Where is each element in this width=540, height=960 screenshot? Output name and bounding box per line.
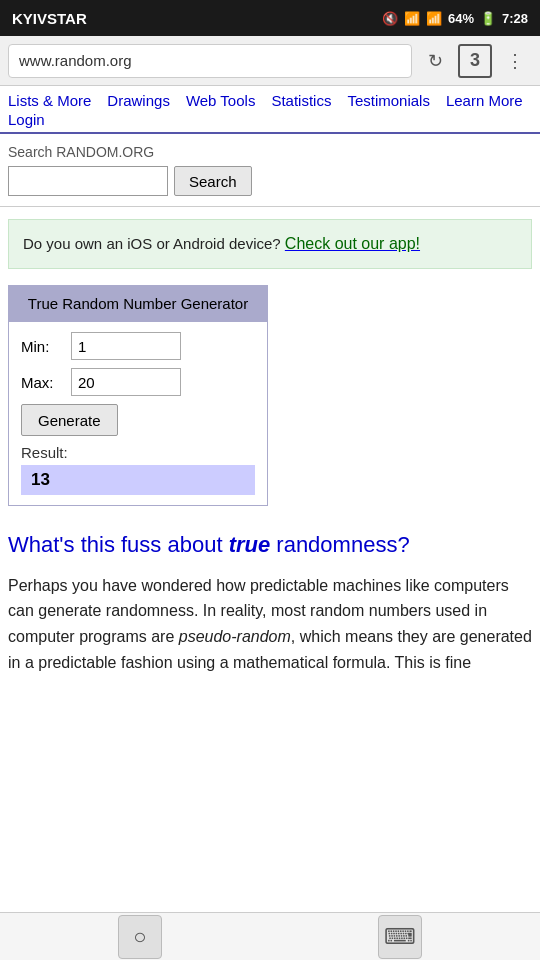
app-banner-text: Do you own an iOS or Android device? <box>23 235 281 252</box>
battery-label: 64% <box>448 11 474 26</box>
browser-bar: www.random.org ↻ 3 ⋮ <box>0 36 540 86</box>
menu-icon: ⋮ <box>506 50 524 72</box>
trng-max-input[interactable]: 20 <box>71 368 181 396</box>
trng-title: True Random Number Generator <box>8 285 268 322</box>
nav-links: Lists & More Drawings Web Tools Statisti… <box>0 86 540 134</box>
fuss-body: Perhaps you have wondered how predictabl… <box>8 573 532 675</box>
nav-link-lists[interactable]: Lists & More <box>8 92 91 109</box>
nav-link-statistics[interactable]: Statistics <box>271 92 331 109</box>
fuss-title-italic: true <box>229 532 271 557</box>
wifi-icon: 📶 <box>404 11 420 26</box>
reload-icon: ↻ <box>428 50 443 72</box>
search-input[interactable] <box>8 166 168 196</box>
trng-min-label: Min: <box>21 338 71 355</box>
nav-link-drawings[interactable]: Drawings <box>107 92 170 109</box>
nav-link-login[interactable]: Login <box>8 111 45 128</box>
fuss-title-part2: randomness? <box>270 532 409 557</box>
app-banner: Do you own an iOS or Android device? Che… <box>8 219 532 269</box>
trng-max-label: Max: <box>21 374 71 391</box>
search-label: Search RANDOM.ORG <box>8 144 532 160</box>
tab-count: 3 <box>470 50 480 71</box>
fuss-section: What's this fuss about true randomness? … <box>0 518 540 687</box>
nav-link-testimonials[interactable]: Testimonials <box>347 92 430 109</box>
menu-button[interactable]: ⋮ <box>498 44 532 78</box>
fuss-title-part1: What's this fuss about <box>8 532 229 557</box>
fuss-pseudo-random: pseudo-random <box>179 628 291 645</box>
trng-min-row: Min: 1 <box>21 332 255 360</box>
tab-switcher-button[interactable]: 3 <box>458 44 492 78</box>
result-value: 13 <box>21 465 255 495</box>
generate-button[interactable]: Generate <box>21 404 118 436</box>
url-text: www.random.org <box>19 52 132 69</box>
check-out-text: Check out our app! <box>285 235 420 252</box>
signal-icon: 📶 <box>426 11 442 26</box>
mute-icon: 🔇 <box>382 11 398 26</box>
reload-button[interactable]: ↻ <box>418 44 452 78</box>
status-bar: KYIVSTAR 🔇 📶 📶 64% 🔋 7:28 <box>0 0 540 36</box>
app-banner-link[interactable]: Check out our app! <box>285 235 420 252</box>
url-bar[interactable]: www.random.org <box>8 44 412 78</box>
search-button[interactable]: Search <box>174 166 252 196</box>
carrier-label: KYIVSTAR <box>12 10 87 27</box>
trng-min-input[interactable]: 1 <box>71 332 181 360</box>
nav-link-learnmore[interactable]: Learn More <box>446 92 523 109</box>
fuss-title: What's this fuss about true randomness? <box>8 530 532 561</box>
search-section: Search RANDOM.ORG Search <box>0 134 540 207</box>
status-icons: 🔇 📶 📶 64% 🔋 7:28 <box>382 11 528 26</box>
time-label: 7:28 <box>502 11 528 26</box>
trng-body: Min: 1 Max: 20 Generate Result: 13 <box>8 322 268 506</box>
nav-link-webtools[interactable]: Web Tools <box>186 92 256 109</box>
trng-max-row: Max: 20 <box>21 368 255 396</box>
search-row: Search <box>8 166 532 196</box>
trng-section: True Random Number Generator Min: 1 Max:… <box>8 285 268 506</box>
result-label: Result: <box>21 444 255 461</box>
battery-icon: 🔋 <box>480 11 496 26</box>
